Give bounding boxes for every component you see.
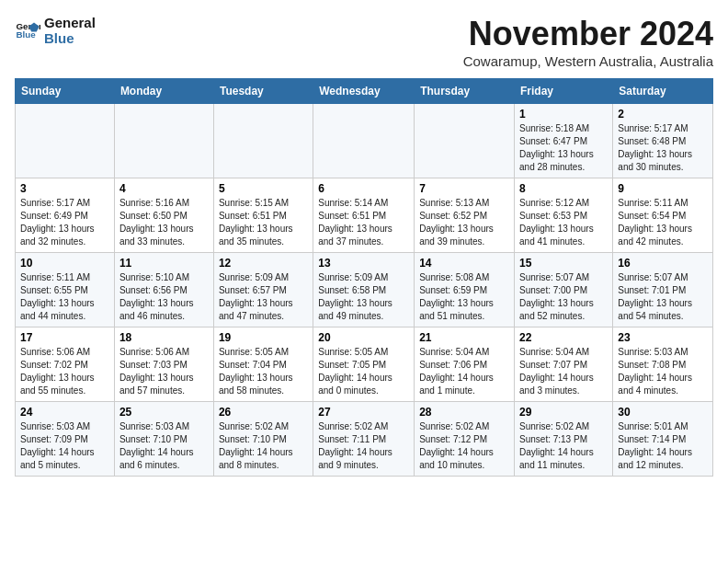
week-row-4: 17Sunrise: 5:06 AM Sunset: 7:02 PM Dayli… (16, 327, 713, 402)
location-title: Cowaramup, Western Australia, Australia (463, 53, 713, 69)
day-number: 26 (219, 406, 308, 419)
day-number: 18 (119, 331, 209, 344)
day-cell: 5Sunrise: 5:15 AM Sunset: 6:51 PM Daylig… (213, 178, 313, 253)
day-info: Sunrise: 5:17 AM Sunset: 6:49 PM Dayligh… (20, 197, 109, 248)
day-number: 10 (20, 257, 109, 270)
day-info: Sunrise: 5:02 AM Sunset: 7:11 PM Dayligh… (318, 420, 409, 472)
day-cell: 30Sunrise: 5:01 AM Sunset: 7:14 PM Dayli… (613, 402, 713, 477)
day-cell (415, 104, 515, 178)
day-number: 23 (618, 331, 708, 344)
day-info: Sunrise: 5:05 AM Sunset: 7:04 PM Dayligh… (219, 346, 308, 397)
day-number: 2 (618, 108, 708, 121)
weekday-header-wednesday: Wednesday (313, 79, 415, 104)
logo-line1: General (44, 15, 96, 30)
day-cell: 25Sunrise: 5:03 AM Sunset: 7:10 PM Dayli… (114, 402, 213, 477)
day-cell: 15Sunrise: 5:07 AM Sunset: 7:00 PM Dayli… (515, 253, 613, 327)
day-cell (114, 104, 213, 178)
day-cell: 7Sunrise: 5:13 AM Sunset: 6:52 PM Daylig… (415, 178, 515, 253)
day-cell: 9Sunrise: 5:11 AM Sunset: 6:54 PM Daylig… (613, 178, 713, 253)
weekday-header-saturday: Saturday (613, 79, 713, 104)
day-number: 7 (419, 182, 509, 195)
day-number: 16 (618, 257, 708, 270)
day-cell: 21Sunrise: 5:04 AM Sunset: 7:06 PM Dayli… (415, 327, 515, 402)
day-number: 17 (20, 331, 109, 344)
day-cell: 27Sunrise: 5:02 AM Sunset: 7:11 PM Dayli… (313, 402, 415, 477)
day-info: Sunrise: 5:02 AM Sunset: 7:12 PM Dayligh… (419, 420, 509, 472)
day-number: 12 (219, 257, 308, 270)
day-info: Sunrise: 5:10 AM Sunset: 6:56 PM Dayligh… (119, 271, 209, 323)
day-cell (313, 104, 415, 178)
day-cell: 13Sunrise: 5:09 AM Sunset: 6:58 PM Dayli… (313, 253, 415, 327)
day-cell: 10Sunrise: 5:11 AM Sunset: 6:55 PM Dayli… (16, 253, 115, 327)
day-number: 20 (318, 331, 409, 344)
day-info: Sunrise: 5:03 AM Sunset: 7:10 PM Dayligh… (119, 420, 209, 472)
day-info: Sunrise: 5:08 AM Sunset: 6:59 PM Dayligh… (419, 271, 509, 323)
day-number: 27 (318, 406, 409, 419)
day-cell: 19Sunrise: 5:05 AM Sunset: 7:04 PM Dayli… (213, 327, 313, 402)
day-number: 30 (618, 406, 708, 419)
day-cell: 20Sunrise: 5:05 AM Sunset: 7:05 PM Dayli… (313, 327, 415, 402)
day-info: Sunrise: 5:16 AM Sunset: 6:50 PM Dayligh… (119, 197, 209, 248)
header: General Blue General Blue November 2024 … (15, 15, 713, 69)
day-number: 22 (519, 331, 608, 344)
day-cell: 28Sunrise: 5:02 AM Sunset: 7:12 PM Dayli… (415, 402, 515, 477)
day-cell: 24Sunrise: 5:03 AM Sunset: 7:09 PM Dayli… (16, 402, 115, 477)
day-cell: 4Sunrise: 5:16 AM Sunset: 6:50 PM Daylig… (114, 178, 213, 253)
day-number: 1 (519, 108, 608, 121)
weekday-header-tuesday: Tuesday (213, 79, 313, 104)
day-info: Sunrise: 5:06 AM Sunset: 7:02 PM Dayligh… (20, 346, 109, 397)
day-cell: 26Sunrise: 5:02 AM Sunset: 7:10 PM Dayli… (213, 402, 313, 477)
day-number: 19 (219, 331, 308, 344)
day-number: 6 (318, 182, 409, 195)
day-cell: 17Sunrise: 5:06 AM Sunset: 7:02 PM Dayli… (16, 327, 115, 402)
day-info: Sunrise: 5:13 AM Sunset: 6:52 PM Dayligh… (419, 197, 509, 248)
title-area: November 2024 Cowaramup, Western Austral… (463, 15, 713, 69)
day-info: Sunrise: 5:07 AM Sunset: 7:00 PM Dayligh… (519, 271, 608, 323)
day-number: 21 (419, 331, 509, 344)
week-row-2: 3Sunrise: 5:17 AM Sunset: 6:49 PM Daylig… (16, 178, 713, 253)
week-row-1: 1Sunrise: 5:18 AM Sunset: 6:47 PM Daylig… (16, 104, 713, 178)
day-cell: 14Sunrise: 5:08 AM Sunset: 6:59 PM Dayli… (415, 253, 515, 327)
day-info: Sunrise: 5:06 AM Sunset: 7:03 PM Dayligh… (119, 346, 209, 397)
day-number: 8 (519, 182, 608, 195)
day-cell: 23Sunrise: 5:03 AM Sunset: 7:08 PM Dayli… (613, 327, 713, 402)
day-cell: 6Sunrise: 5:14 AM Sunset: 6:51 PM Daylig… (313, 178, 415, 253)
day-cell: 8Sunrise: 5:12 AM Sunset: 6:53 PM Daylig… (515, 178, 613, 253)
week-row-5: 24Sunrise: 5:03 AM Sunset: 7:09 PM Dayli… (16, 402, 713, 477)
day-number: 11 (119, 257, 209, 270)
day-cell: 1Sunrise: 5:18 AM Sunset: 6:47 PM Daylig… (515, 104, 613, 178)
day-info: Sunrise: 5:01 AM Sunset: 7:14 PM Dayligh… (618, 420, 708, 472)
day-number: 9 (618, 182, 708, 195)
month-title: November 2024 (463, 15, 713, 53)
day-info: Sunrise: 5:15 AM Sunset: 6:51 PM Dayligh… (219, 197, 308, 248)
day-cell: 16Sunrise: 5:07 AM Sunset: 7:01 PM Dayli… (613, 253, 713, 327)
day-cell: 3Sunrise: 5:17 AM Sunset: 6:49 PM Daylig… (16, 178, 115, 253)
day-info: Sunrise: 5:18 AM Sunset: 6:47 PM Dayligh… (519, 122, 608, 174)
weekday-header-row: SundayMondayTuesdayWednesdayThursdayFrid… (16, 79, 713, 104)
day-cell: 11Sunrise: 5:10 AM Sunset: 6:56 PM Dayli… (114, 253, 213, 327)
day-number: 13 (318, 257, 409, 270)
logo: General Blue General Blue (15, 15, 96, 46)
day-number: 24 (20, 406, 109, 419)
day-number: 5 (219, 182, 308, 195)
day-cell (213, 104, 313, 178)
day-cell: 2Sunrise: 5:17 AM Sunset: 6:48 PM Daylig… (613, 104, 713, 178)
day-cell: 29Sunrise: 5:02 AM Sunset: 7:13 PM Dayli… (515, 402, 613, 477)
day-info: Sunrise: 5:03 AM Sunset: 7:09 PM Dayligh… (20, 420, 109, 472)
day-info: Sunrise: 5:09 AM Sunset: 6:58 PM Dayligh… (318, 271, 409, 323)
calendar-table: SundayMondayTuesdayWednesdayThursdayFrid… (15, 78, 713, 477)
weekday-header-sunday: Sunday (16, 79, 115, 104)
day-info: Sunrise: 5:03 AM Sunset: 7:08 PM Dayligh… (618, 346, 708, 397)
logo-icon: General Blue (15, 17, 40, 43)
day-info: Sunrise: 5:02 AM Sunset: 7:13 PM Dayligh… (519, 420, 608, 472)
day-number: 25 (119, 406, 209, 419)
day-info: Sunrise: 5:07 AM Sunset: 7:01 PM Dayligh… (618, 271, 708, 323)
day-info: Sunrise: 5:05 AM Sunset: 7:05 PM Dayligh… (318, 346, 409, 397)
day-info: Sunrise: 5:12 AM Sunset: 6:53 PM Dayligh… (519, 197, 608, 248)
day-cell: 18Sunrise: 5:06 AM Sunset: 7:03 PM Dayli… (114, 327, 213, 402)
day-number: 4 (119, 182, 209, 195)
day-info: Sunrise: 5:11 AM Sunset: 6:54 PM Dayligh… (618, 197, 708, 248)
day-cell (16, 104, 115, 178)
day-info: Sunrise: 5:14 AM Sunset: 6:51 PM Dayligh… (318, 197, 409, 248)
day-info: Sunrise: 5:17 AM Sunset: 6:48 PM Dayligh… (618, 122, 708, 174)
